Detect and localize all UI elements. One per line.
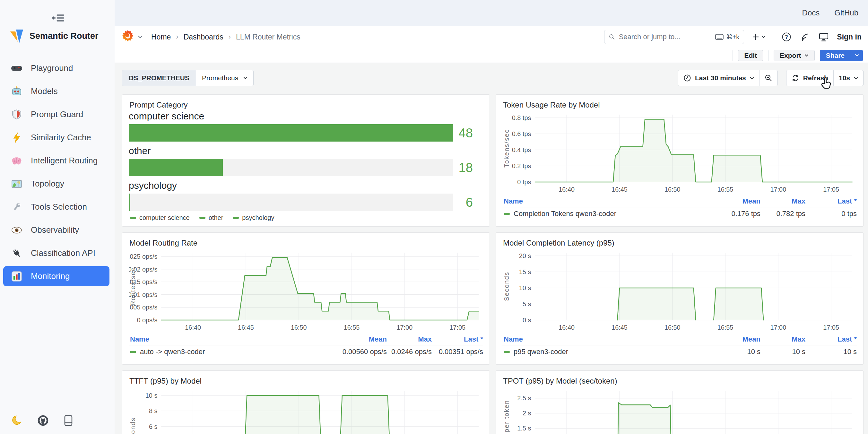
sidebar-item-playground[interactable]: Playground xyxy=(3,58,110,78)
series-max: 0.782 tps xyxy=(761,210,805,218)
chevron-down-icon xyxy=(138,35,143,38)
series-name[interactable]: auto -> qwen3-coder xyxy=(129,348,332,356)
legend-item[interactable]: psychology xyxy=(233,214,274,221)
lightning-icon xyxy=(11,132,23,144)
sidebar-item-label: Playground xyxy=(31,63,73,73)
col-mean[interactable]: Mean xyxy=(706,197,761,206)
svg-text:10 s: 10 s xyxy=(519,284,531,291)
share-menu-button[interactable] xyxy=(851,50,863,61)
search-box[interactable]: ⌘+k xyxy=(604,30,744,44)
breadcrumb-separator: › xyxy=(228,33,231,41)
svg-text:0.6 tps: 0.6 tps xyxy=(512,130,531,137)
refresh-button[interactable]: Refresh xyxy=(786,70,833,86)
display-icon[interactable] xyxy=(818,31,829,42)
sidebar-item-label: Topology xyxy=(31,179,64,189)
legend-item[interactable]: computer science xyxy=(130,214,190,221)
breadcrumb-dashboards[interactable]: Dashboards xyxy=(184,33,223,41)
tpot-chart: 0 s0.5 s1 s1.5 s2 s2.5 s16:4016:4516:501… xyxy=(502,387,857,434)
search-input[interactable] xyxy=(618,32,712,41)
chevron-down-icon xyxy=(804,54,809,57)
svg-text:16:40: 16:40 xyxy=(185,324,201,331)
svg-text:16:55: 16:55 xyxy=(344,324,360,331)
svg-text:16:45: 16:45 xyxy=(612,324,627,331)
grafana-logo[interactable] xyxy=(120,30,143,44)
svg-text:0.2 tps: 0.2 tps xyxy=(512,162,531,169)
col-max[interactable]: Max xyxy=(761,197,805,206)
sidebar-item-label: Models xyxy=(31,86,58,96)
col-last[interactable]: Last * xyxy=(805,197,857,206)
col-mean[interactable]: Mean xyxy=(332,335,387,343)
series-name[interactable]: Completion Tokens qwen3-coder xyxy=(502,210,706,218)
refresh-interval-select[interactable]: 10s xyxy=(834,70,863,86)
sidebar-item-classification-api[interactable]: Classification API xyxy=(3,243,110,263)
sidebar-item-models[interactable]: Models xyxy=(3,81,110,101)
plus-icon xyxy=(752,33,760,41)
github-link[interactable]: GitHub xyxy=(834,8,858,17)
bar-label: computer science xyxy=(129,111,481,122)
chevron-down-icon xyxy=(243,77,248,80)
bar-value: 6 xyxy=(453,195,481,210)
semantic-router-logo xyxy=(8,28,25,44)
chevron-down-icon xyxy=(855,54,859,57)
sidebar-item-topology[interactable]: Topology xyxy=(3,174,110,194)
svg-text:16:40: 16:40 xyxy=(559,186,575,193)
svg-text:20 s: 20 s xyxy=(519,252,531,259)
svg-text:2.5 s: 2.5 s xyxy=(517,395,531,402)
edit-button[interactable]: Edit xyxy=(738,50,763,61)
sidebar-item-intelligent-routing[interactable]: Intelligent Routing xyxy=(3,151,110,171)
gamepad-icon xyxy=(11,63,23,74)
time-range-picker[interactable]: Last 30 minutes xyxy=(678,70,759,86)
github-icon[interactable] xyxy=(37,415,49,426)
sign-in-button[interactable]: Sign in xyxy=(837,33,862,41)
col-name[interactable]: Name xyxy=(129,335,332,343)
brand-name: Semantic Router xyxy=(30,31,98,41)
col-last[interactable]: Last * xyxy=(805,335,857,343)
series-name[interactable]: p95 qwen3-coder xyxy=(502,348,706,356)
col-name[interactable]: Name xyxy=(502,197,706,206)
help-icon[interactable]: ? xyxy=(781,31,792,42)
svg-text:17:00: 17:00 xyxy=(397,324,413,331)
series-table: Name Mean Max Last * auto -> qwen3-coder… xyxy=(129,334,483,358)
map-icon xyxy=(11,178,23,190)
sidebar-item-similarity-cache[interactable]: Similarity Cache xyxy=(3,127,110,148)
col-mean[interactable]: Mean xyxy=(706,335,761,343)
sidebar-collapse-icon[interactable] xyxy=(51,11,65,24)
book-icon[interactable] xyxy=(63,415,74,426)
plug-icon xyxy=(11,248,23,259)
sidebar-item-label: Prompt Guard xyxy=(31,110,83,119)
sidebar-item-label: Tools Selection xyxy=(31,202,87,212)
token-usage-chart: 0 tps0.2 tps0.4 tps0.6 tps0.8 tps16:4016… xyxy=(502,111,857,195)
col-last[interactable]: Last * xyxy=(432,335,483,343)
series-swatch xyxy=(233,217,239,219)
svg-text:16:50: 16:50 xyxy=(664,324,681,331)
zoom-out-button[interactable] xyxy=(760,70,777,86)
breadcrumb-home[interactable]: Home xyxy=(151,33,171,41)
datasource-select[interactable]: Prometheus xyxy=(196,70,254,86)
docs-link[interactable]: Docs xyxy=(802,8,820,17)
sidebar-item-tools-selection[interactable]: Tools Selection xyxy=(3,197,110,217)
panel-ttft: TTFT (p95) by Model 0 s2 s4 s6 s8 s10 s1… xyxy=(122,370,490,434)
sidebar-item-monitoring[interactable]: Monitoring xyxy=(3,266,110,286)
svg-text:Seconds: Seconds xyxy=(503,272,510,301)
breadcrumb-separator: › xyxy=(176,33,178,41)
panel-title: Model Completion Latency (p95) xyxy=(503,239,857,248)
bar-label: psychology xyxy=(129,180,481,191)
svg-text:1.5 s: 1.5 s xyxy=(517,425,531,432)
col-name[interactable]: Name xyxy=(502,335,706,343)
moon-icon[interactable] xyxy=(11,415,23,426)
dashboard-toolbar: Edit Export Share xyxy=(115,48,868,63)
col-max[interactable]: Max xyxy=(761,335,805,343)
legend-item[interactable]: other xyxy=(199,214,223,221)
chevron-down-icon xyxy=(750,77,754,80)
sidebar-item-observability[interactable]: Observability xyxy=(3,220,110,240)
sidebar-item-prompt-guard[interactable]: Prompt Guard xyxy=(3,104,110,125)
brand[interactable]: Semantic Router xyxy=(8,28,98,44)
grafana-header: Home › Dashboards › LLM Router Metrics ⌘… xyxy=(115,26,868,48)
svg-text:2 s: 2 s xyxy=(523,410,531,417)
export-button[interactable]: Export xyxy=(774,50,815,61)
news-icon[interactable] xyxy=(800,31,810,42)
share-button[interactable]: Share xyxy=(820,50,851,61)
add-menu-button[interactable] xyxy=(752,33,765,41)
breadcrumb: Home › Dashboards › LLM Router Metrics xyxy=(151,33,301,41)
col-max[interactable]: Max xyxy=(387,335,432,343)
